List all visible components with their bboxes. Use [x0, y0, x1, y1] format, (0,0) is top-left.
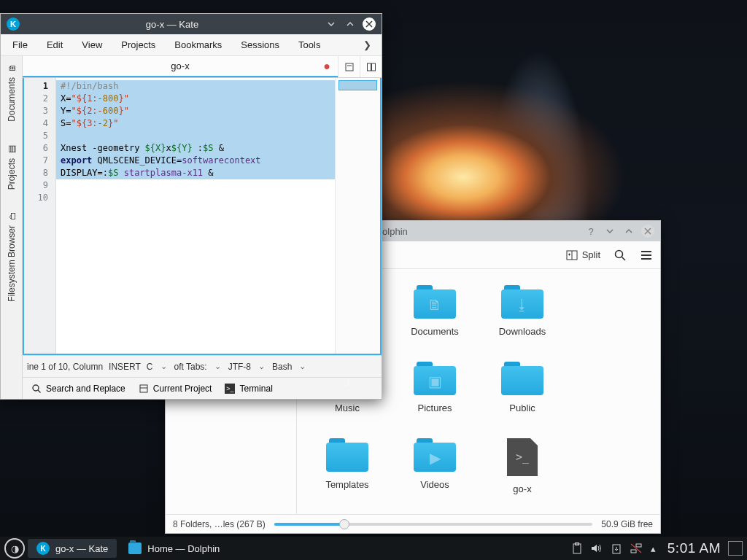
script-icon: [507, 438, 538, 476]
empty-slot: [570, 362, 650, 413]
network-icon[interactable]: [630, 543, 642, 553]
minimize-icon[interactable]: [603, 225, 616, 238]
svg-rect-18: [367, 63, 371, 71]
svg-line-21: [38, 390, 41, 393]
svg-point-20: [33, 385, 39, 391]
dolphin-summary: 8 Folders, …les (267 B): [173, 519, 266, 529]
chevron-down-icon[interactable]: ⌄: [298, 362, 307, 371]
volume-icon[interactable]: [591, 543, 603, 553]
svg-rect-19: [371, 63, 375, 71]
menu-tools[interactable]: Tools: [290, 36, 329, 53]
sidetab-projects[interactable]: Projects▤: [5, 139, 18, 194]
new-tab-icon[interactable]: [338, 56, 360, 77]
project-icon: [139, 384, 149, 394]
search-icon[interactable]: [614, 249, 627, 262]
kate-titlebar[interactable]: K go-x — Kate: [1, 14, 382, 34]
empty-slot: [570, 285, 650, 337]
folder-icon: ▶: [414, 438, 456, 472]
close-icon[interactable]: [641, 225, 654, 238]
terminal-icon: >_: [225, 384, 235, 394]
menu-edit[interactable]: Edit: [38, 36, 71, 53]
folder-public[interactable]: Public: [482, 362, 562, 413]
editor-area[interactable]: 1 234 567 8910 #!/bin/bash X="${1:-800}"…: [23, 78, 382, 355]
tray-expand-icon[interactable]: ▴: [651, 543, 656, 554]
clock[interactable]: 5:01 AM: [663, 540, 725, 556]
status-position[interactable]: ine 1 of 10, Column: [27, 362, 103, 372]
minimap[interactable]: [335, 78, 380, 354]
hamburger-menu-icon[interactable]: [640, 249, 653, 262]
dolphin-task-icon: [128, 542, 142, 554]
folder-icon: ⭳: [501, 285, 543, 319]
sidetab-documents[interactable]: Documents🗎: [5, 59, 18, 126]
kate-side-panels: Documents🗎 Projects▤ Filesystem Browser🗀: [1, 56, 23, 399]
zoom-slider[interactable]: [274, 523, 593, 526]
toolview-search[interactable]: Search and Replace: [27, 382, 130, 395]
folder-icon: [501, 362, 543, 395]
menu-view[interactable]: View: [73, 36, 111, 53]
svg-rect-22: [140, 385, 147, 392]
menu-projects[interactable]: Projects: [112, 36, 164, 53]
status-mode[interactable]: INSERT: [109, 362, 141, 372]
chevron-down-icon[interactable]: ⌄: [159, 362, 169, 371]
kate-window: K go-x — Kate File Edit View Projects Bo…: [0, 13, 382, 400]
kate-app-icon: K: [7, 18, 20, 31]
close-icon[interactable]: [363, 18, 376, 31]
status-encoding[interactable]: JTF-8: [228, 362, 251, 372]
kate-menubar: File Edit View Projects Bookmarks Sessio…: [1, 34, 382, 56]
clipboard-icon[interactable]: [572, 542, 582, 554]
system-tray: ▴: [572, 542, 660, 554]
show-desktop-button[interactable]: [728, 541, 743, 556]
minimize-icon[interactable]: [325, 18, 338, 31]
chevron-down-icon[interactable]: ⌄: [213, 362, 222, 371]
maximize-icon[interactable]: [344, 18, 357, 31]
folder-pictures[interactable]: ▣Pictures: [395, 362, 475, 413]
help-icon[interactable]: ?: [584, 225, 597, 238]
folder-icon: ▣: [414, 362, 456, 395]
folder-documents[interactable]: 🗎Documents: [395, 285, 475, 337]
code-editor[interactable]: #!/bin/bash X="${1:-800}" Y="${2:-600}" …: [56, 78, 335, 354]
menu-bookmarks[interactable]: Bookmarks: [166, 36, 231, 53]
task-dolphin[interactable]: Home — Dolphin: [120, 539, 228, 558]
folder-downloads[interactable]: ⭳Downloads: [482, 285, 562, 337]
svg-point-4: [616, 250, 623, 257]
folder-videos[interactable]: ▶Videos: [395, 438, 475, 494]
file-tab-gox[interactable]: go-x ●: [23, 56, 338, 77]
sidetab-filesystem[interactable]: Filesystem Browser🗀: [5, 207, 18, 306]
menu-overflow-icon[interactable]: ❯: [356, 36, 379, 53]
maximize-icon[interactable]: [622, 225, 635, 238]
tab-close-icon[interactable]: ●: [323, 60, 330, 73]
taskbar: ◑ Kgo-x — Kate Home — Dolphin ▴ 5:01 AM: [0, 537, 747, 560]
chevron-down-icon[interactable]: ⌄: [257, 362, 266, 371]
kate-title: go-x — Kate: [26, 19, 319, 30]
dolphin-statusbar: 8 Folders, …les (267 B) 50.9 GiB free: [166, 514, 660, 533]
folder-icon: 🗎: [414, 285, 456, 319]
toolview-terminal[interactable]: >_Terminal: [220, 382, 276, 395]
split-view-icon[interactable]: [360, 56, 382, 77]
menu-file[interactable]: File: [4, 36, 36, 53]
kate-task-icon: K: [36, 542, 50, 555]
status-tabs[interactable]: oft Tabs:: [174, 362, 207, 372]
menu-sessions[interactable]: Sessions: [232, 36, 288, 53]
status-enc-short[interactable]: C: [147, 362, 153, 372]
folder-icon: [326, 438, 368, 472]
dolphin-free-space: 50.9 GiB free: [601, 519, 653, 529]
svg-rect-16: [346, 63, 353, 71]
toolview-project[interactable]: Current Project: [134, 382, 217, 395]
svg-line-5: [622, 257, 626, 260]
status-syntax[interactable]: Bash: [272, 362, 292, 372]
search-icon: [31, 384, 42, 394]
app-launcher-icon[interactable]: ◑: [4, 538, 25, 559]
line-gutter: 1 234 567 8910: [24, 78, 56, 354]
task-kate[interactable]: Kgo-x — Kate: [28, 539, 117, 558]
kate-tabbar: go-x ●: [23, 56, 382, 78]
updates-icon[interactable]: [611, 542, 622, 554]
folder-templates[interactable]: Templates: [307, 438, 387, 494]
svg-rect-27: [631, 550, 636, 553]
file-gox[interactable]: go-x: [482, 438, 562, 494]
svg-rect-28: [636, 544, 641, 547]
split-button[interactable]: Split: [566, 249, 600, 261]
